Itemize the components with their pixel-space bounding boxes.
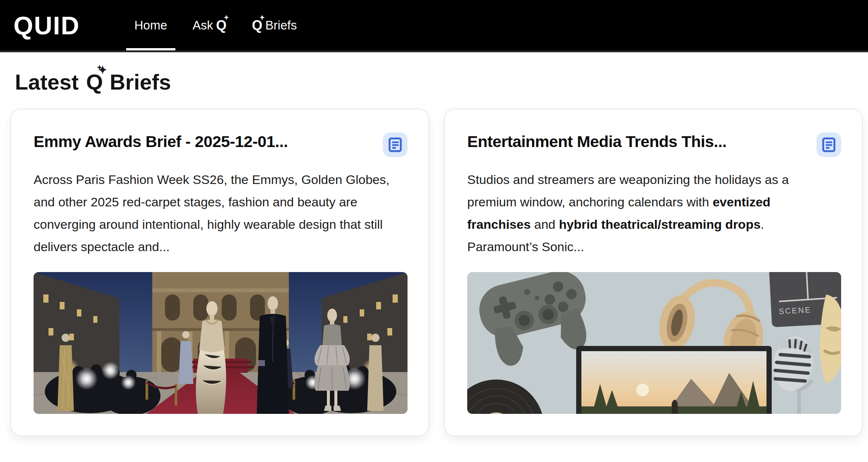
brief-card-entertainment-trends[interactable]: Entertainment Media Trends This... Studi… [444,109,863,436]
nav-tab-q-briefs[interactable]: Q✦ Briefs [241,0,307,50]
red-carpet-scene [34,272,408,414]
card-title: Entertainment Media Trends This... [467,132,727,151]
card-image-entertainment-objects: SCENE [467,272,841,414]
entertainment-objects-scene: SCENE [467,272,841,414]
sparkle-icon-small: ✦ [97,65,102,71]
card-image-red-carpet [34,272,408,414]
page-title: Latest Q✦✦ Briefs [15,69,858,94]
article-icon [388,137,402,152]
card-header: Entertainment Media Trends This... [467,132,841,157]
sparkle-icon: ✦ [259,15,265,21]
quid-logo[interactable]: QUID [13,11,80,40]
sparkle-q-icon: Q✦✦ [86,69,103,94]
sparkle-icon: ✦ [224,15,229,21]
nav-tab-home-label: Home [134,18,167,32]
article-icon [822,137,836,152]
main-nav: Home Ask Q✦ Q✦ Briefs [124,0,307,50]
tv-screen-icon [576,346,772,414]
brief-card-emmy-awards[interactable]: Emmy Awards Brief - 2025-12-01... Across… [10,109,429,436]
brief-document-icon[interactable] [817,132,841,157]
card-title: Emmy Awards Brief - 2025-12-01... [34,132,288,151]
clapperboard-label: SCENE [778,305,811,316]
card-summary: Across Paris Fashion Week SS26, the Emmy… [34,168,399,258]
top-nav: QUID Home Ask Q✦ Q✦ Briefs [0,0,868,52]
page-title-prefix: Latest [15,69,79,94]
nav-tab-home[interactable]: Home [124,0,178,50]
sparkle-q-icon: Q✦ [252,18,262,33]
brief-document-icon[interactable] [383,132,408,157]
nav-tab-ask-label: Ask [193,18,213,32]
briefs-list: Emmy Awards Brief - 2025-12-01... Across… [10,109,858,436]
nav-tab-ask-q[interactable]: Ask Q✦ [182,0,237,50]
sparkle-q-icon: Q✦ [216,18,227,33]
content-area: Latest Q✦✦ Briefs Emmy Awards Brief - 20… [0,69,868,436]
nav-tab-briefs-label: Briefs [265,18,297,32]
card-summary: Studios and streamers are weaponizing th… [467,168,833,258]
page-title-suffix: Briefs [110,69,171,94]
card-header: Emmy Awards Brief - 2025-12-01... [34,132,408,157]
